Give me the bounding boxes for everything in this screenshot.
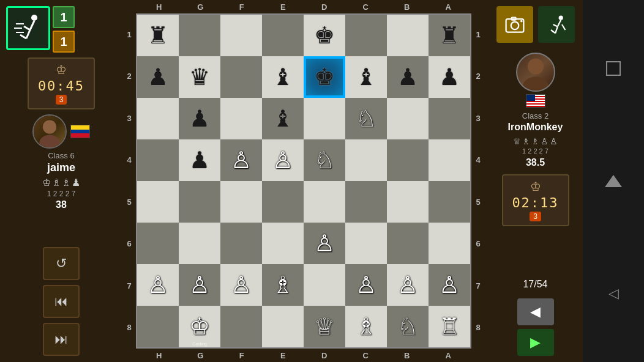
board-cell-2-1[interactable]: ♟ bbox=[179, 98, 220, 139]
board-cell-0-4[interactable]: ♚ bbox=[304, 15, 345, 56]
board-cell-0-6[interactable] bbox=[387, 15, 429, 56]
board-cell-7-4[interactable]: ♕ bbox=[304, 306, 345, 347]
board-cell-1-7[interactable]: ♟ bbox=[429, 56, 470, 98]
board-cell-6-7[interactable]: ♙ bbox=[429, 264, 470, 306]
board-cell-3-5[interactable] bbox=[345, 139, 387, 181]
rank-labels-right: 1 2 3 4 5 6 7 8 bbox=[471, 13, 485, 349]
board-cell-6-4[interactable] bbox=[304, 264, 345, 306]
board-cell-3-0[interactable] bbox=[137, 139, 179, 181]
board-cell-4-1[interactable] bbox=[179, 181, 220, 223]
board-cell-1-0[interactable]: ♟ bbox=[137, 56, 179, 98]
board-cell-7-5[interactable]: ♗ bbox=[345, 306, 387, 347]
board-cell-7-6[interactable]: ♘ bbox=[387, 306, 429, 347]
right-avatar bbox=[516, 53, 555, 92]
board-cell-2-6[interactable] bbox=[387, 98, 429, 139]
board-cell-4-4[interactable] bbox=[304, 181, 345, 223]
nav-back-button[interactable]: ◁ bbox=[600, 280, 627, 307]
hiker-button[interactable] bbox=[538, 6, 575, 43]
svg-point-9 bbox=[39, 135, 59, 149]
right-timer-display: 02:13 bbox=[509, 195, 562, 210]
board-cell-5-1[interactable] bbox=[179, 223, 220, 264]
svg-point-0 bbox=[31, 15, 37, 21]
left-captured-pieces: ♔♗♗♟ bbox=[42, 177, 80, 188]
board-cell-4-2[interactable] bbox=[220, 181, 262, 223]
board-cell-3-4[interactable]: ♘ bbox=[304, 139, 345, 181]
board-cell-5-5[interactable] bbox=[345, 223, 387, 264]
board-cell-1-4[interactable]: ♚ bbox=[304, 56, 345, 98]
board-cell-5-3[interactable] bbox=[262, 223, 304, 264]
rank-labels-left: 1 2 3 4 5 6 7 8 bbox=[122, 13, 136, 349]
run-icon-button[interactable] bbox=[6, 6, 50, 50]
board-cell-5-7[interactable] bbox=[429, 223, 470, 264]
rewind-button[interactable]: ⏮ bbox=[43, 285, 80, 318]
next-arrow-button[interactable]: ▶ bbox=[517, 329, 554, 356]
board-cell-2-0[interactable] bbox=[137, 98, 179, 139]
board-cell-0-0[interactable]: ♜ bbox=[137, 15, 179, 56]
left-avatar bbox=[32, 114, 67, 149]
chess-board[interactable]: ♜♚♜♟♛♝♚♝♟♟♟♝♘♟♙♙♘♙♙♙♙♗♙♙♙♔Casting♕♗♘♖ bbox=[136, 13, 471, 349]
left-player-name: jaime bbox=[47, 161, 75, 174]
chess-piece: ♘ bbox=[314, 149, 335, 172]
board-cell-3-3[interactable]: ♙ bbox=[262, 139, 304, 181]
board-cell-0-1[interactable] bbox=[179, 15, 220, 56]
board-cell-6-2[interactable]: ♙ bbox=[220, 264, 262, 306]
board-cell-3-7[interactable] bbox=[429, 139, 470, 181]
board-cell-5-0[interactable] bbox=[137, 223, 179, 264]
board-cell-2-4[interactable] bbox=[304, 98, 345, 139]
flag-blue-stripe bbox=[71, 130, 89, 134]
board-cell-5-4[interactable]: ♙ bbox=[304, 223, 345, 264]
fast-forward-button[interactable]: ⏭ bbox=[43, 323, 80, 356]
board-cell-3-1[interactable]: ♟ bbox=[179, 139, 220, 181]
board-cell-5-6[interactable] bbox=[387, 223, 429, 264]
prev-arrow-button[interactable]: ◀ bbox=[517, 298, 554, 325]
board-cell-1-3[interactable]: ♝ bbox=[262, 56, 304, 98]
page-indicator: 17/54 bbox=[523, 279, 547, 290]
board-cell-2-7[interactable] bbox=[429, 98, 470, 139]
board-cell-0-5[interactable] bbox=[345, 15, 387, 56]
board-cell-4-0[interactable] bbox=[137, 181, 179, 223]
left-avatar-image bbox=[34, 116, 66, 147]
board-cell-6-1[interactable]: ♙ bbox=[179, 264, 220, 306]
board-cell-2-3[interactable]: ♝ bbox=[262, 98, 304, 139]
left-player-flag bbox=[70, 125, 90, 138]
board-cell-4-6[interactable] bbox=[387, 181, 429, 223]
right-captured-pieces: ♕♗♗♙♙ bbox=[513, 136, 558, 146]
chess-piece: ♛ bbox=[189, 65, 210, 89]
board-cell-2-5[interactable]: ♘ bbox=[345, 98, 387, 139]
board-cell-4-3[interactable] bbox=[262, 181, 304, 223]
board-cell-7-0[interactable] bbox=[137, 306, 179, 347]
board-cell-2-2[interactable] bbox=[220, 98, 262, 139]
board-cell-1-5[interactable]: ♝ bbox=[345, 56, 387, 98]
board-cell-1-1[interactable]: ♛ bbox=[179, 56, 220, 98]
board-cell-6-5[interactable]: ♙ bbox=[345, 264, 387, 306]
board-cell-7-3[interactable] bbox=[262, 306, 304, 347]
nav-home-icon bbox=[605, 175, 622, 187]
left-timer-badge: 3 bbox=[56, 95, 67, 105]
file-label-f-bottom: F bbox=[233, 351, 251, 360]
nav-square-button[interactable] bbox=[600, 55, 627, 82]
board-cell-7-1[interactable]: ♔Casting bbox=[179, 306, 220, 347]
board-cell-3-6[interactable] bbox=[387, 139, 429, 181]
file-label-e-bottom: E bbox=[274, 351, 292, 360]
nav-home-button[interactable] bbox=[600, 168, 627, 194]
board-cell-0-3[interactable] bbox=[262, 15, 304, 56]
board-cell-0-7[interactable]: ♜ bbox=[429, 15, 470, 56]
board-cell-6-6[interactable]: ♙ bbox=[387, 264, 429, 306]
board-cell-6-3[interactable]: ♗ bbox=[262, 264, 304, 306]
board-cell-4-5[interactable] bbox=[345, 181, 387, 223]
undo-button[interactable]: ↺ bbox=[43, 247, 80, 280]
board-cell-5-2[interactable] bbox=[220, 223, 262, 264]
board-cell-7-2[interactable] bbox=[220, 306, 262, 347]
board-cell-1-2[interactable] bbox=[220, 56, 262, 98]
board-cell-3-2[interactable]: ♙ bbox=[220, 139, 262, 181]
nav-back-icon: ◁ bbox=[608, 286, 619, 301]
chess-piece: ♟ bbox=[397, 65, 418, 89]
chess-piece: ♗ bbox=[272, 273, 293, 297]
board-cell-0-2[interactable] bbox=[220, 15, 262, 56]
board-cell-6-0[interactable]: ♙ bbox=[137, 264, 179, 306]
board-file-labels-top: H G F E D C B A bbox=[122, 0, 485, 13]
board-cell-1-6[interactable]: ♟ bbox=[387, 56, 429, 98]
board-cell-4-7[interactable] bbox=[429, 181, 470, 223]
camera-button[interactable] bbox=[496, 6, 533, 43]
board-cell-7-7[interactable]: ♖ bbox=[429, 306, 470, 347]
